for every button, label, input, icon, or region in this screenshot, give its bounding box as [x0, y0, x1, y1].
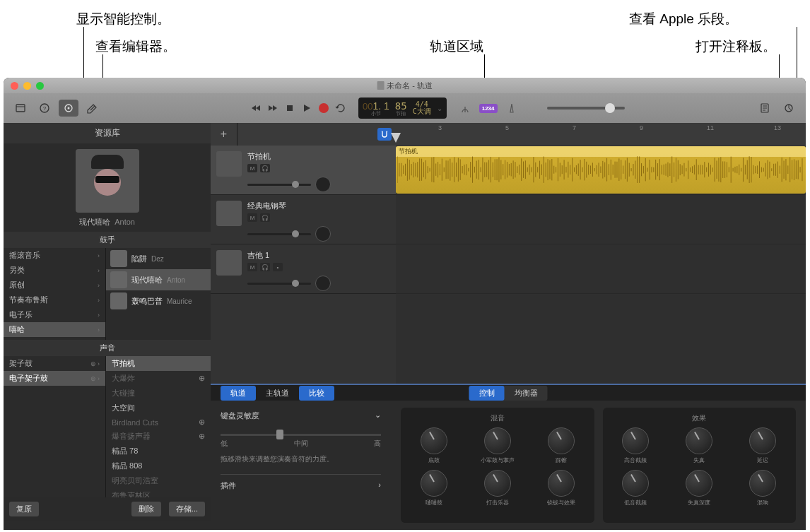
- knob[interactable]: 延迟: [735, 427, 790, 464]
- plugins-header[interactable]: 插件 ›: [221, 474, 381, 494]
- stop-button[interactable]: [282, 100, 298, 117]
- forward-button[interactable]: [265, 100, 281, 117]
- save-button[interactable]: 存储...: [169, 502, 205, 516]
- sound-row[interactable]: 爆音扬声器⊕: [106, 429, 211, 444]
- knob[interactable]: 失真深度: [671, 470, 727, 507]
- lcd-key: C大调: [413, 108, 431, 115]
- play-button[interactable]: [299, 100, 315, 117]
- genre-list[interactable]: 摇滚音乐›另类›原创›节奏布鲁斯›电子乐›嘻哈›打击乐器›: [4, 248, 106, 340]
- lcd-display[interactable]: 001. 1 小节 85 节拍 4/4 C大调 ⌄: [358, 97, 447, 119]
- solo-button[interactable]: 🎧: [260, 263, 270, 271]
- snap-button[interactable]: [377, 128, 392, 141]
- record-button[interactable]: [316, 100, 331, 117]
- knob[interactable]: 混响: [735, 470, 790, 507]
- knob[interactable]: 小军鼓与掌声: [470, 427, 525, 464]
- mute-button[interactable]: M: [247, 213, 257, 222]
- knob[interactable]: 踩镲: [534, 427, 589, 464]
- sensitivity-header[interactable]: 键盘灵敏度 ⌄: [221, 408, 381, 424]
- library-button[interactable]: [11, 100, 30, 117]
- sound-row[interactable]: 精品 78: [106, 444, 211, 459]
- sensitivity-slider[interactable]: [221, 434, 381, 436]
- sound-row[interactable]: 大碰撞: [106, 386, 211, 401]
- track-pan-knob[interactable]: [315, 276, 331, 291]
- master-volume-slider[interactable]: [547, 107, 625, 110]
- track-volume-slider[interactable]: [247, 233, 311, 235]
- knob[interactable]: 失真: [671, 427, 727, 464]
- sound-list[interactable]: 节拍机大爆炸⊕大碰撞大空间Birdland Cuts⊕爆音扬声器⊕精品 78精品…: [106, 356, 211, 497]
- help-button[interactable]: ?: [35, 100, 54, 117]
- rewind-button[interactable]: [248, 100, 264, 117]
- extra-button[interactable]: •: [273, 263, 283, 271]
- delete-button[interactable]: 删除: [131, 502, 161, 516]
- mute-button[interactable]: M: [247, 164, 257, 172]
- tab-track[interactable]: 轨道: [221, 386, 256, 401]
- tab-compare[interactable]: 比较: [299, 386, 334, 401]
- drummer-row[interactable]: 现代嘻哈Anton: [106, 269, 211, 290]
- revert-button[interactable]: 复原: [9, 502, 39, 516]
- sound-row[interactable]: 大爆炸⊕: [106, 371, 211, 386]
- drummer-list[interactable]: 陷阱Dez现代嘻哈Anton轰鸣巴普Maurice: [106, 248, 211, 340]
- sound-row[interactable]: 明亮贝司浩室: [106, 473, 211, 488]
- sound-category-row[interactable]: 电子架子鼓⊕ ›: [4, 371, 105, 386]
- genre-row[interactable]: 摇滚音乐›: [4, 248, 105, 263]
- genre-row[interactable]: 电子乐›: [4, 307, 105, 322]
- cycle-button[interactable]: [333, 100, 348, 117]
- tab-eq[interactable]: 均衡器: [505, 386, 548, 401]
- sound-row[interactable]: 布鲁克林区: [106, 488, 211, 497]
- editor-button[interactable]: [83, 100, 102, 117]
- track-pan-knob[interactable]: [315, 226, 331, 242]
- audio-region[interactable]: 节拍机: [396, 146, 806, 194]
- track-volume-slider[interactable]: [247, 184, 311, 186]
- sound-row[interactable]: Birdland Cuts⊕: [106, 415, 211, 429]
- sound-row[interactable]: 大空间: [106, 401, 211, 415]
- knob[interactable]: 打击乐器: [470, 470, 525, 507]
- sound-row[interactable]: 节拍机: [106, 356, 211, 371]
- track-lane[interactable]: [396, 244, 806, 294]
- ruler-tick: 13: [774, 124, 781, 131]
- close-button[interactable]: [11, 82, 18, 90]
- tab-control[interactable]: 控制: [469, 386, 505, 401]
- track-regions-area[interactable]: 节拍机: [396, 146, 806, 384]
- tracks-pane: + 35791113 节拍机M🎧经典电钢琴M🎧吉他 1M🎧• 节拍机 轨道 主轨…: [211, 123, 806, 530]
- smart-controls-button[interactable]: [59, 100, 78, 117]
- knob[interactable]: 嗵嗵鼓: [406, 470, 462, 507]
- add-track-button[interactable]: +: [211, 123, 237, 146]
- notepad-button[interactable]: [755, 100, 775, 117]
- sound-category-list[interactable]: 架子鼓⊕ ›电子架子鼓⊕ ›: [4, 356, 106, 497]
- track-pan-knob[interactable]: [315, 177, 331, 192]
- sensitivity-hint: 拖移滑块来调整您演奏音符的力度。: [221, 454, 381, 464]
- track-header[interactable]: 经典电钢琴M🎧: [211, 195, 396, 244]
- genre-row[interactable]: 嘻哈›: [4, 322, 105, 337]
- mute-button[interactable]: M: [247, 263, 257, 271]
- svg-point-4: [68, 107, 70, 110]
- knob[interactable]: 高音截频: [609, 427, 664, 464]
- solo-button[interactable]: 🎧: [260, 213, 270, 222]
- lcd-dropdown-icon[interactable]: ⌄: [437, 105, 442, 112]
- solo-button[interactable]: 🎧: [260, 164, 270, 172]
- genre-row[interactable]: 节奏布鲁斯›: [4, 292, 105, 307]
- knob[interactable]: 低音截频: [609, 470, 664, 507]
- metronome-button[interactable]: [502, 100, 522, 117]
- count-in-badge[interactable]: 1234: [479, 104, 498, 113]
- genre-row[interactable]: 原创›: [4, 278, 105, 292]
- knob[interactable]: 铙钹与效果: [534, 470, 589, 507]
- track-lane[interactable]: 节拍机: [396, 146, 806, 195]
- knob[interactable]: 底鼓: [406, 427, 462, 464]
- minimize-button[interactable]: [23, 82, 31, 90]
- library-title: 资源库: [4, 123, 211, 143]
- track-volume-slider[interactable]: [247, 283, 311, 285]
- tab-master[interactable]: 主轨道: [256, 386, 299, 401]
- genre-row[interactable]: 另类›: [4, 263, 105, 278]
- sound-category-row[interactable]: 架子鼓⊕ ›: [4, 356, 105, 371]
- drummer-row[interactable]: 陷阱Dez: [106, 248, 211, 269]
- sound-row[interactable]: 精品 808: [106, 459, 211, 473]
- sensitivity-label: 键盘灵敏度: [221, 410, 259, 421]
- track-lane[interactable]: [396, 195, 806, 244]
- maximize-button[interactable]: [36, 82, 44, 90]
- tuner-button[interactable]: [455, 100, 475, 117]
- loops-button[interactable]: [779, 100, 799, 117]
- drummer-row[interactable]: 轰鸣巴普Maurice: [106, 290, 211, 312]
- track-header[interactable]: 节拍机M🎧: [211, 146, 396, 195]
- timeline-ruler[interactable]: 35791113: [396, 123, 806, 146]
- track-header[interactable]: 吉他 1M🎧•: [211, 244, 396, 294]
